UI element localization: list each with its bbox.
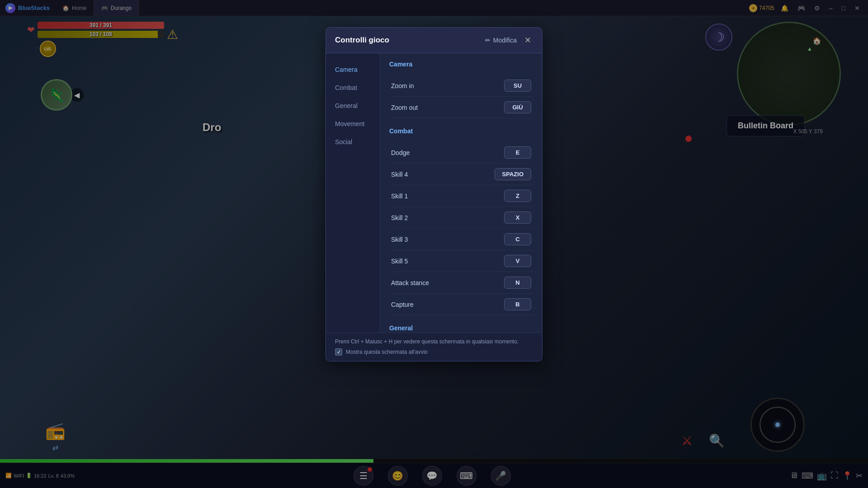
control-row-attack-stance: Attack stance N [389,272,533,294]
zoom-out-label: Zoom out [391,104,418,111]
footer-hint: Premi Ctrl + Maiusc + H per vedere quest… [335,338,533,345]
footer-checkbox-label: Mostra questa schermata all'avvio [346,349,428,355]
control-row-skill1: Skill 1 Z [389,185,533,207]
skill1-key[interactable]: Z [504,190,531,202]
footer-checkbox[interactable]: ✓ [335,348,342,356]
modal-footer: Premi Ctrl + Maiusc + H per vedere quest… [326,333,542,361]
modal-header-right: ✏ Modifica ✕ [485,35,533,46]
sidebar-item-combat[interactable]: Combat [326,79,380,97]
control-row-capture: Capture B [389,294,533,315]
modal-body: Camera Combat General Movement Social Ca [326,53,542,333]
modal-close-button[interactable]: ✕ [522,35,533,46]
skill2-key[interactable]: X [504,211,531,224]
modifica-label: Modifica [493,37,517,44]
zoom-out-key[interactable]: GIÙ [504,101,531,113]
capture-label: Capture [391,301,414,308]
skill3-key[interactable]: C [504,233,531,245]
skill4-key[interactable]: SPAZIO [495,168,531,180]
footer-checkbox-row: ✓ Mostra questa schermata all'avvio [335,348,533,356]
control-row-zoom-in: Zoom in SU [389,75,533,97]
sidebar-item-camera[interactable]: Camera [326,61,380,79]
skill5-label: Skill 5 [391,258,408,265]
zoom-in-label: Zoom in [391,82,414,89]
skill3-label: Skill 3 [391,236,408,243]
modal-content-area: Camera Zoom in SU Zoom out GIÙ Combat Do… [380,53,542,333]
combat-section-label: Combat [389,127,533,136]
skill5-key[interactable]: V [504,255,531,267]
skill4-label: Skill 4 [391,171,408,178]
dodge-key[interactable]: E [504,146,531,159]
controls-modal: Controlli gioco ✏ Modifica ✕ Camera Comb… [326,27,542,361]
control-row-skill2: Skill 2 X [389,207,533,229]
modal-sidebar: Camera Combat General Movement Social [326,53,380,333]
sidebar-item-general[interactable]: General [326,97,380,115]
control-row-skill3: Skill 3 C [389,229,533,250]
control-row-zoom-out: Zoom out GIÙ [389,97,533,118]
attack-stance-label: Attack stance [391,279,429,286]
zoom-in-key[interactable]: SU [504,80,531,92]
sidebar-item-movement[interactable]: Movement [326,115,380,133]
capture-key[interactable]: B [504,298,531,310]
modal-title: Controlli gioco [335,36,389,45]
attack-stance-key[interactable]: N [504,277,531,289]
skill2-label: Skill 2 [391,214,408,221]
control-row-dodge: Dodge E [389,142,533,164]
edit-icon: ✏ [485,37,491,44]
sidebar-item-social[interactable]: Social [326,133,380,151]
dodge-label: Dodge [391,149,410,156]
modal-header: Controlli gioco ✏ Modifica ✕ [326,28,542,53]
control-row-skill5: Skill 5 V [389,250,533,272]
modal-overlay: Controlli gioco ✏ Modifica ✕ Camera Comb… [0,0,868,488]
modifica-button[interactable]: ✏ Modifica [485,37,517,44]
control-row-skill4: Skill 4 SPAZIO [389,164,533,185]
general-section-label: General [389,324,533,333]
skill1-label: Skill 1 [391,192,408,200]
camera-section-label: Camera [389,61,533,70]
